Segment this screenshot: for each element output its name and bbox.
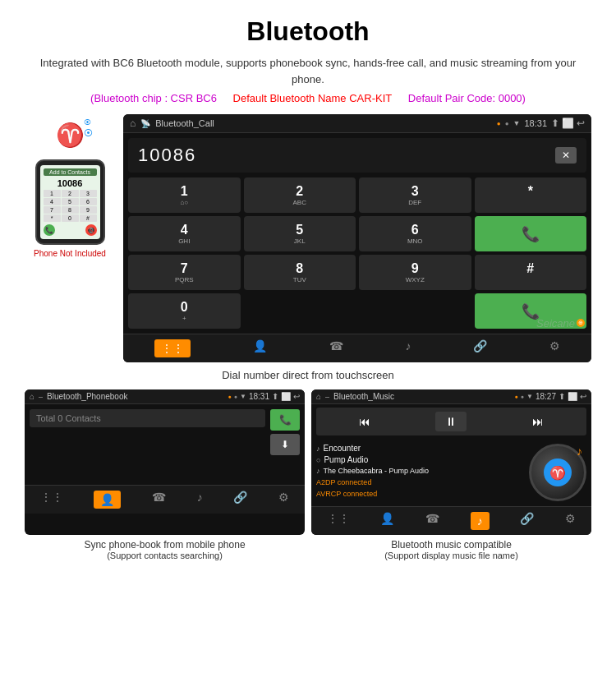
dial-time: 18:31 [524, 118, 547, 128]
track1-icon: ♪ [316, 445, 320, 453]
music-content: ♪ Encounter ○ Pump Audio ♪ The Cheebacab… [311, 439, 591, 506]
dial-number: 10086 [138, 145, 196, 166]
mus-nav-call[interactable]: ☎ [425, 512, 439, 530]
dial-number-row: 10086 ✕ [128, 138, 586, 173]
key-6[interactable]: 6MNO [359, 216, 471, 251]
pk1[interactable]: 1 [44, 190, 61, 197]
mus-nav-keypad[interactable]: ⋮⋮ [327, 512, 350, 530]
call-button[interactable]: 📞 [475, 216, 587, 251]
pb-call-btn[interactable]: 📞 [270, 409, 300, 431]
pb-wifi: ▼ [240, 393, 246, 400]
mus-bottom-nav: ⋮⋮ 👤 ☎ ♪ 🔗 ⚙ [311, 506, 591, 535]
pb-download-btn[interactable]: ⬇ [270, 434, 300, 455]
dial-bottom-nav: ⋮⋮ 👤 ☎ ♪ 🔗 ⚙ [123, 334, 591, 362]
pb-spacer [25, 460, 305, 485]
mus-nav-contacts[interactable]: 👤 [380, 512, 394, 530]
music-controls-bar: ⏮ ⏸ ⏭ [316, 408, 586, 435]
header-right: ● ● ▼ 18:31 ⬆ ⬜ ↩ [497, 118, 585, 129]
mus-home-icon[interactable]: ⌂ [316, 392, 321, 401]
nav-keypad[interactable]: ⋮⋮ [154, 339, 191, 357]
key-1[interactable]: 1⌂○ [128, 177, 241, 213]
window-icon[interactable]: ⬜ [562, 118, 574, 129]
mus-up[interactable]: ⬆ [559, 392, 565, 401]
key-9[interactable]: 9WXYZ [359, 255, 471, 290]
pb-nav-settings[interactable]: ⚙ [278, 491, 289, 509]
phone-keypad: 1 2 3 4 5 6 7 8 9 * 0 # [44, 190, 97, 222]
pk6[interactable]: 6 [80, 198, 97, 205]
pb-nav-call[interactable]: ☎ [152, 491, 166, 509]
music-wrapper: ⌂ – Bluetooth_Music ● ● ▼ 18:27 ⬆ ⬜ ↩ [311, 389, 591, 560]
key-hash[interactable]: # [475, 255, 587, 290]
key-8[interactable]: 8TUV [244, 255, 356, 290]
key-4[interactable]: 4GHI [128, 216, 241, 251]
mus-nav-settings[interactable]: ⚙ [565, 512, 576, 530]
pk-hash[interactable]: # [80, 214, 97, 222]
mus-win[interactable]: ⬜ [568, 392, 577, 401]
nav-call[interactable]: ☎ [329, 339, 343, 357]
pb-win[interactable]: ⬜ [281, 392, 291, 401]
pk3[interactable]: 3 [80, 190, 97, 197]
prev-btn[interactable]: ⏮ [352, 412, 377, 431]
phonebook-screen: ⌂ – Bluetooth_Phonebook ● ● ▼ 18:31 ⬆ ⬜ … [25, 389, 305, 535]
mus-nav-music[interactable]: ♪ [471, 512, 490, 530]
key-2[interactable]: 2ABC [244, 177, 356, 213]
dial-caption: Dial number direct from touchscreen [25, 369, 591, 381]
pk-star[interactable]: * [44, 214, 61, 222]
pk9[interactable]: 9 [80, 206, 97, 214]
up-icon[interactable]: ⬆ [551, 118, 559, 129]
pb-antenna: – [39, 393, 43, 401]
nav-link[interactable]: 🔗 [473, 339, 487, 357]
wave1: ⦿ [84, 118, 93, 127]
pb-title: Bluetooth_Phonebook [47, 392, 127, 401]
pk4[interactable]: 4 [44, 198, 61, 205]
key-0[interactable]: 0+ [128, 293, 241, 329]
music-note-decor: ♪ [577, 445, 582, 458]
next-btn[interactable]: ⏭ [526, 412, 550, 431]
pb-bottom-nav: ⋮⋮ 👤 ☎ ♪ 🔗 ⚙ [25, 485, 305, 514]
back-icon[interactable]: ↩ [577, 118, 585, 129]
nav-contacts[interactable]: 👤 [253, 339, 267, 357]
pk8[interactable]: 8 [62, 206, 79, 214]
phone-call-btn[interactable]: 📞 [44, 224, 55, 236]
mus-back[interactable]: ↩ [580, 392, 586, 401]
pk5[interactable]: 5 [62, 198, 79, 205]
phone-end-btn[interactable]: 📵 [85, 224, 97, 236]
key-5[interactable]: 5JKL [244, 216, 356, 251]
phone-screen-header: Add to Contacts [44, 168, 97, 176]
pk0[interactable]: 0 [62, 214, 79, 222]
mus-dot2: ● [521, 394, 524, 399]
home-icon[interactable]: ⌂ [130, 118, 136, 129]
key-3[interactable]: 3DEF [359, 177, 471, 213]
track1-name: Encounter [324, 444, 361, 453]
bt-circle: ♈ [544, 459, 572, 486]
mus-nav-link[interactable]: 🔗 [520, 512, 534, 530]
screen-nav: ⬆ ⬜ ↩ [551, 118, 585, 129]
pb-nav-music[interactable]: ♪ [197, 491, 203, 509]
status-dot1: ● [497, 120, 501, 127]
status1: A2DP connected [316, 478, 524, 486]
pb-nav-keypad[interactable]: ⋮⋮ [40, 491, 63, 509]
pb-nav-link[interactable]: 🔗 [233, 491, 247, 509]
key-star[interactable]: * [475, 177, 587, 213]
music-header: ⌂ – Bluetooth_Music ● ● ▼ 18:27 ⬆ ⬜ ↩ [311, 389, 591, 404]
header-left: ⌂ 📡 Bluetooth_Call [130, 118, 214, 129]
album-art: ♈ ♪ [529, 444, 586, 501]
pb-header-left: ⌂ – Bluetooth_Phonebook [30, 392, 127, 401]
nav-settings[interactable]: ⚙ [549, 339, 560, 357]
pb-home-icon[interactable]: ⌂ [30, 392, 34, 401]
pb-nav-contacts[interactable]: 👤 [94, 491, 121, 509]
phone-not-included-label: Phone Not Included [34, 249, 106, 258]
track2-icon: ○ [316, 456, 320, 464]
pb-back[interactable]: ↩ [293, 392, 300, 401]
nav-music[interactable]: ♪ [405, 339, 411, 357]
play-btn[interactable]: ⏸ [435, 412, 467, 431]
backspace-button[interactable]: ✕ [555, 147, 577, 164]
pk7[interactable]: 7 [44, 206, 61, 214]
pb-up[interactable]: ⬆ [272, 392, 278, 401]
key-7[interactable]: 7PQRS [128, 255, 241, 290]
mus-caption-sub: (Support display music file name) [311, 551, 591, 560]
phone-number: 10086 [44, 178, 97, 188]
pb-caption-sub: (Support contacts searching) [25, 551, 305, 560]
mus-caption: Bluetooth music compatible [311, 539, 591, 551]
pk2[interactable]: 2 [62, 190, 79, 197]
